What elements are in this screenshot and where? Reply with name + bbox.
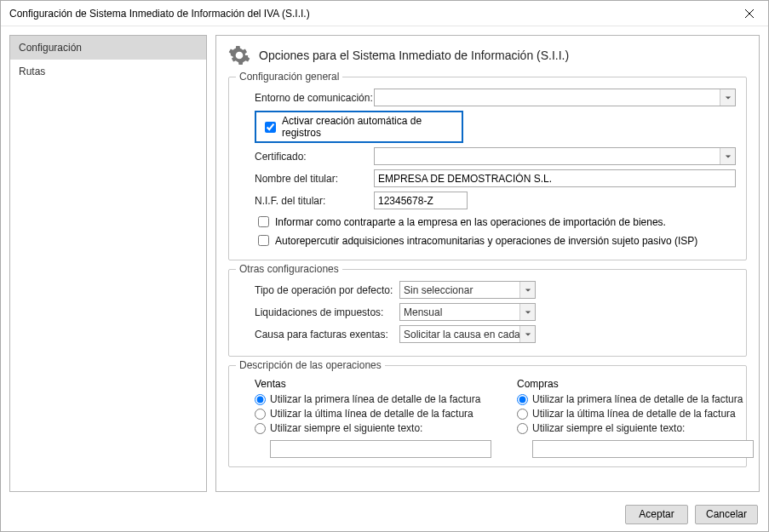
sidebar-item-configuracion[interactable]: Configuración xyxy=(10,36,206,60)
radio-ventas-1-label: Utilizar la primera línea de detalle de … xyxy=(270,393,480,405)
row-autorepercutir: Autorepercutir adquisiciones intracomuni… xyxy=(239,232,736,249)
label-nif: N.I.F. del titular: xyxy=(255,195,374,207)
chevron-down-icon xyxy=(519,282,535,298)
footer: Aceptar Cancelar xyxy=(1,497,768,531)
main-panel: Opciones para el Sistema Inmediato de In… xyxy=(215,35,760,492)
accept-button[interactable]: Aceptar xyxy=(625,505,688,524)
row-entorno: Entorno de comunicación: xyxy=(239,89,736,106)
input-nif[interactable] xyxy=(374,192,468,209)
label-activar: Activar creación automática de registros xyxy=(282,115,456,139)
radio-compras-2[interactable] xyxy=(517,409,528,420)
titlebar: Configuración de Sistema Inmediato de In… xyxy=(1,1,768,26)
radio-compras-3-label: Utilizar siempre el siguiente texto: xyxy=(532,422,685,434)
gear-icon xyxy=(228,44,250,66)
input-compras-text[interactable] xyxy=(532,440,754,458)
select-causa-value: Solicitar la causa en cada xyxy=(404,329,520,340)
sidebar: Configuración Rutas xyxy=(9,35,207,492)
radio-compras-1[interactable] xyxy=(517,394,528,405)
radio-ventas-2[interactable] xyxy=(255,409,266,420)
highlight-activar: Activar creación automática de registros xyxy=(255,111,463,143)
radio-ventas-3-label: Utilizar siempre el siguiente texto: xyxy=(270,422,422,434)
select-tipo-value: Sin seleccionar xyxy=(404,284,473,296)
panel-header: Opciones para el Sistema Inmediato de In… xyxy=(228,44,747,66)
row-certificado: Certificado: xyxy=(239,147,736,165)
select-certificado[interactable] xyxy=(374,147,736,165)
body-area: Configuración Rutas Opciones para el Sis… xyxy=(1,26,768,497)
row-causa: Causa para facturas exentas: Solicitar l… xyxy=(239,325,736,343)
radio-ventas-2-label: Utilizar la última línea de detalle de l… xyxy=(270,408,473,420)
chevron-down-icon xyxy=(519,326,535,342)
sidebar-item-rutas[interactable]: Rutas xyxy=(10,60,206,83)
row-activar: Activar creación automática de registros xyxy=(239,111,736,143)
chevron-down-icon xyxy=(720,148,735,164)
panel-title: Opciones para el Sistema Inmediato de In… xyxy=(259,49,569,62)
radio-compras-2-label: Utilizar la última línea de detalle de l… xyxy=(532,408,736,420)
ops-col-ventas: Ventas Utilizar la primera línea de deta… xyxy=(255,376,491,458)
group-title-desc: Descripción de las operaciones xyxy=(236,359,385,371)
row-liquid: Liquidaciones de impuestos: Mensual xyxy=(239,303,736,321)
group-title-otras: Otras configuraciones xyxy=(236,263,342,275)
dialog-window: Configuración de Sistema Inmediato de In… xyxy=(0,0,769,532)
sidebar-item-label: Configuración xyxy=(19,42,82,54)
ventas-title: Ventas xyxy=(255,378,491,390)
close-icon xyxy=(745,9,754,18)
close-button[interactable] xyxy=(732,2,766,26)
group-general: Configuración general Entorno de comunic… xyxy=(228,77,747,260)
group-otras: Otras configuraciones Tipo de operación … xyxy=(228,269,747,357)
row-tipo: Tipo de operación por defecto: Sin selec… xyxy=(239,281,736,299)
chevron-down-icon xyxy=(720,89,735,106)
select-liquid-value: Mensual xyxy=(404,306,442,318)
label-liquid: Liquidaciones de impuestos: xyxy=(255,306,399,318)
ops-columns: Ventas Utilizar la primera línea de deta… xyxy=(239,376,736,458)
radio-ventas-1[interactable] xyxy=(255,394,266,405)
label-entorno: Entorno de comunicación: xyxy=(255,92,374,104)
group-title-general: Configuración general xyxy=(236,71,342,83)
checkbox-activar[interactable] xyxy=(265,122,276,133)
row-nif: N.I.F. del titular: xyxy=(239,192,736,209)
input-nombre[interactable] xyxy=(374,169,736,187)
row-nombre: Nombre del titular: xyxy=(239,169,736,187)
select-liquid[interactable]: Mensual xyxy=(399,303,536,321)
row-informar: Informar como contraparte a la empresa e… xyxy=(239,214,736,230)
label-certificado: Certificado: xyxy=(255,151,374,163)
label-nombre: Nombre del titular: xyxy=(255,173,374,185)
ops-col-compras: Compras Utilizar la primera línea de det… xyxy=(517,376,754,458)
select-tipo[interactable]: Sin seleccionar xyxy=(399,281,536,299)
cancel-button[interactable]: Cancelar xyxy=(695,505,758,524)
group-desc: Descripción de las operaciones Ventas Ut… xyxy=(228,365,747,467)
label-tipo: Tipo de operación por defecto: xyxy=(255,284,399,296)
sidebar-item-label: Rutas xyxy=(19,66,45,77)
accept-label: Aceptar xyxy=(639,508,674,520)
chevron-down-icon xyxy=(519,304,535,320)
radio-compras-3[interactable] xyxy=(517,423,528,434)
input-ventas-text[interactable] xyxy=(270,440,491,458)
select-entorno[interactable] xyxy=(374,89,736,106)
label-informar: Informar como contraparte a la empresa e… xyxy=(275,216,666,228)
radio-ventas-3[interactable] xyxy=(255,423,266,434)
window-title: Configuración de Sistema Inmediato de In… xyxy=(9,8,310,20)
select-causa[interactable]: Solicitar la causa en cada xyxy=(399,325,536,343)
compras-title: Compras xyxy=(517,378,754,390)
radio-compras-1-label: Utilizar la primera línea de detalle de … xyxy=(532,393,743,405)
label-causa: Causa para facturas exentas: xyxy=(255,329,399,340)
label-autorepercutir: Autorepercutir adquisiciones intracomuni… xyxy=(275,235,697,247)
checkbox-informar[interactable] xyxy=(258,216,269,227)
checkbox-autorepercutir[interactable] xyxy=(258,235,269,246)
cancel-label: Cancelar xyxy=(706,508,747,520)
